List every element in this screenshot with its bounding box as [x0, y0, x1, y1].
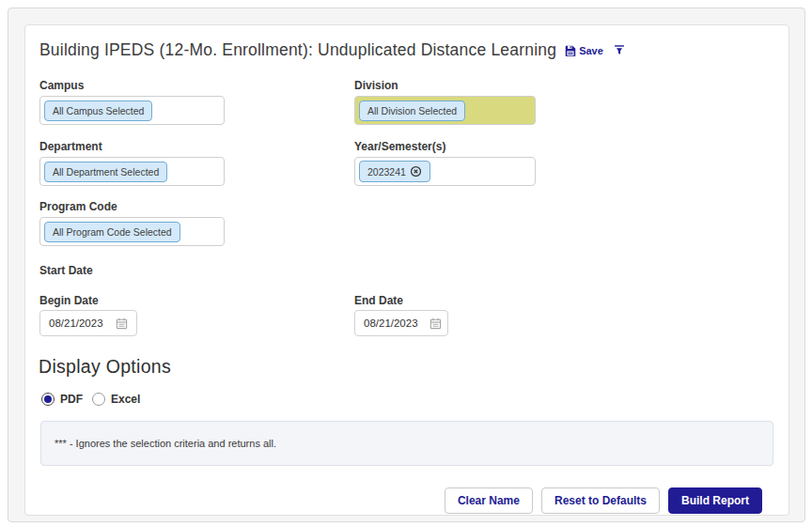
remove-chip-icon[interactable] [410, 165, 422, 178]
build-report-button[interactable]: Build Report [668, 487, 762, 514]
end-date-value[interactable] [364, 317, 422, 329]
program-code-select[interactable]: All Program Code Selected [39, 217, 225, 246]
note-box: *** - Ignores the selection criteria and… [40, 421, 773, 466]
page-title: Building IPEDS (12-Mo. Enrollment): Undu… [39, 40, 556, 60]
department-select[interactable]: All Department Selected [39, 157, 225, 186]
title-row: Building IPEDS (12-Mo. Enrollment): Undu… [39, 40, 625, 60]
program-code-label: Program Code [39, 200, 117, 213]
division-label: Division [354, 79, 398, 92]
end-date-input[interactable] [354, 310, 448, 336]
radio-option-pdf[interactable]: PDF [41, 393, 83, 406]
begin-date-value[interactable] [49, 317, 107, 329]
save-icon [565, 45, 576, 56]
program-code-chip[interactable]: All Program Code Selected [44, 222, 180, 242]
pdf-radio-label: PDF [60, 393, 83, 406]
reset-to-defaults-button[interactable]: Reset to Defaults [541, 487, 660, 514]
campus-select[interactable]: All Campus Selected [39, 96, 225, 125]
report-builder-page: Building IPEDS (12-Mo. Enrollment): Undu… [0, 0, 812, 526]
clear-name-button[interactable]: Clear Name [445, 487, 533, 514]
division-chip[interactable]: All Division Selected [359, 101, 465, 121]
campus-label: Campus [39, 79, 84, 92]
year-semester-label: Year/Semester(s) [354, 140, 445, 153]
action-buttons: Clear Name Reset to Defaults Build Repor… [24, 487, 762, 514]
end-date-label: End Date [354, 294, 403, 307]
start-date-section-label: Start Date [39, 264, 93, 277]
department-label: Department [39, 140, 102, 153]
year-semester-chip-label: 2023241 [367, 166, 406, 178]
note-text: *** - Ignores the selection criteria and… [55, 438, 276, 449]
filter-icon[interactable] [614, 44, 625, 56]
excel-radio-label: Excel [111, 393, 140, 406]
division-select[interactable]: All Division Selected [354, 96, 536, 125]
pdf-radio[interactable] [41, 393, 55, 406]
year-semester-chip[interactable]: 2023241 [359, 161, 430, 182]
display-options-heading: Display Options [39, 356, 171, 378]
save-button[interactable]: Save [565, 45, 603, 56]
output-format-radios: PDF Excel [41, 393, 140, 406]
calendar-icon[interactable] [429, 317, 442, 330]
department-chip[interactable]: All Department Selected [44, 162, 167, 182]
radio-option-excel[interactable]: Excel [92, 393, 140, 406]
begin-date-label: Begin Date [39, 294, 99, 307]
year-semester-select[interactable]: 2023241 [354, 157, 536, 186]
calendar-icon[interactable] [116, 317, 128, 330]
excel-radio[interactable] [92, 393, 105, 406]
save-label: Save [579, 45, 603, 56]
campus-chip[interactable]: All Campus Selected [44, 101, 152, 121]
begin-date-input[interactable] [39, 310, 137, 336]
